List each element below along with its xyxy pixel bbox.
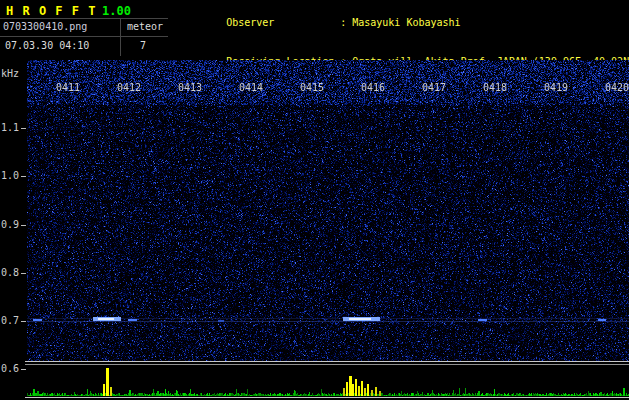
hrofft-window: H R O F F T 1.00 0703300410.png meteor 0…	[0, 0, 629, 400]
freq-tick-label: 0.7	[1, 315, 19, 326]
signal-level-strip	[27, 366, 629, 396]
spectrogram-canvas	[27, 60, 629, 361]
freq-tick-mark	[21, 176, 26, 177]
freq-tick-mark	[21, 128, 26, 129]
time-tick-label: 0413	[175, 82, 205, 93]
freq-tick-label: 0.8	[1, 267, 19, 278]
app-version: 1.00	[102, 4, 131, 18]
info-label: Observer	[226, 16, 340, 29]
freq-axis-unit: kHz	[1, 68, 19, 79]
strip-separator-upper	[25, 361, 629, 362]
time-tick-label: 0416	[358, 82, 388, 93]
freq-tick-label: 0.9	[1, 219, 19, 230]
time-tick-label: 0418	[480, 82, 510, 93]
mode-label: meteor	[127, 21, 163, 32]
bottom-border-line	[25, 397, 629, 398]
freq-tick-label: 0.6	[1, 363, 19, 374]
freq-tick-label: 1.1	[1, 122, 19, 133]
time-tick-label: 0419	[541, 82, 571, 93]
time-tick-label: 0420	[602, 82, 629, 93]
freq-tick-mark	[21, 273, 26, 274]
timestamp: 07.03.30 04:10	[5, 40, 89, 51]
echo-count: 7	[140, 40, 146, 51]
header-divider-top	[0, 18, 168, 19]
output-filename: 0703300410.png	[3, 21, 87, 32]
info-value: : Masayuki Kobayashi	[340, 17, 460, 28]
time-tick-label: 0414	[236, 82, 266, 93]
freq-tick-mark	[21, 225, 26, 226]
header-divider-vertical	[120, 18, 121, 56]
info-row-observer: Observer: Masayuki Kobayashi	[178, 3, 629, 42]
freq-tick-mark	[21, 369, 26, 370]
time-tick-label: 0411	[53, 82, 83, 93]
freq-tick-mark	[21, 321, 26, 322]
time-tick-label: 0412	[114, 82, 144, 93]
header: H R O F F T 1.00 0703300410.png meteor 0…	[0, 0, 629, 57]
header-divider-mid	[0, 36, 168, 37]
strip-separator-lower	[25, 364, 629, 365]
time-tick-label: 0415	[297, 82, 327, 93]
freq-tick-label: 1.0	[1, 170, 19, 181]
time-tick-label: 0417	[419, 82, 449, 93]
app-title: H R O F F T	[6, 4, 96, 18]
